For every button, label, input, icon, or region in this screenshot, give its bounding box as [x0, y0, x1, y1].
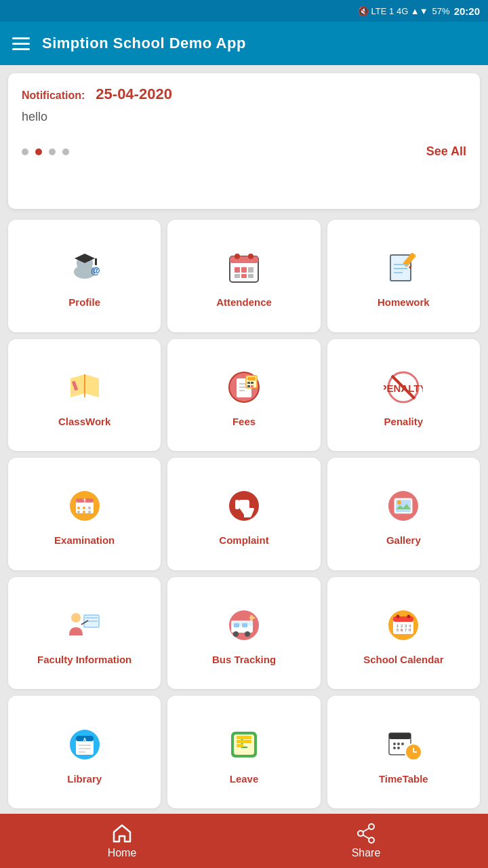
- svg-point-51: [77, 511, 80, 513]
- svg-point-8: [235, 254, 240, 259]
- menu-grid: @ Profile Attendence: [0, 214, 488, 814]
- svg-rect-33: [247, 377, 256, 380]
- grid-item-homework[interactable]: Homework: [327, 220, 480, 332]
- classwork-label: ClassWork: [58, 416, 110, 427]
- dot-4[interactable]: [62, 149, 69, 155]
- notification-label: Notification:: [22, 90, 85, 102]
- leave-icon: L: [222, 723, 266, 766]
- svg-point-78: [407, 615, 411, 618]
- notification-message: hello: [22, 110, 466, 124]
- grid-item-examination[interactable]: 1 Examination: [8, 458, 161, 570]
- svg-text:@: @: [91, 265, 100, 276]
- timetable-label: TimeTable: [379, 773, 428, 785]
- svg-point-105: [393, 743, 396, 745]
- penality-icon: PENALTY: [382, 366, 425, 409]
- status-icons: 🔇 LTE 1 4G ▲▼: [358, 6, 428, 16]
- bus-tracking-icon: [222, 604, 266, 647]
- dot-1[interactable]: [22, 149, 28, 155]
- svg-point-50: [88, 507, 91, 509]
- svg-text:A: A: [83, 737, 86, 742]
- svg-rect-71: [234, 623, 239, 627]
- svg-rect-101: [389, 733, 411, 739]
- grid-item-gallery[interactable]: Gallery: [327, 458, 480, 570]
- school-calendar-label: School Calendar: [363, 654, 443, 665]
- homework-icon: [382, 246, 425, 290]
- grid-item-complaint[interactable]: Complaint: [167, 458, 320, 570]
- carousel-dots: [22, 149, 69, 155]
- examination-icon: 1: [63, 484, 106, 528]
- nav-share[interactable]: Share: [244, 814, 488, 868]
- svg-point-77: [396, 615, 400, 618]
- profile-icon: @: [63, 246, 106, 290]
- home-label: Home: [108, 847, 137, 859]
- grid-item-timetable[interactable]: TimeTable: [327, 696, 480, 808]
- share-icon: [355, 823, 377, 844]
- svg-rect-14: [241, 274, 247, 278]
- svg-line-113: [363, 829, 369, 832]
- examination-label: Examination: [54, 534, 115, 546]
- svg-point-9: [248, 254, 253, 259]
- home-icon: [111, 823, 133, 844]
- svg-rect-15: [248, 274, 253, 278]
- svg-rect-97: [237, 736, 251, 739]
- menu-button[interactable]: [12, 37, 30, 50]
- svg-point-64: [71, 613, 81, 623]
- penality-label: Penality: [384, 416, 424, 427]
- fees-label: Fees: [232, 416, 256, 427]
- svg-point-52: [83, 511, 85, 513]
- header: Simption School Demo App: [0, 22, 488, 65]
- svg-text:1: 1: [83, 498, 87, 505]
- grid-item-faculty[interactable]: Faculty Information: [8, 577, 161, 690]
- svg-point-107: [401, 743, 404, 745]
- svg-point-69: [233, 631, 239, 637]
- grid-item-profile[interactable]: @ Profile: [8, 220, 161, 332]
- grid-item-fees[interactable]: Fees: [167, 339, 320, 452]
- homework-label: Homework: [378, 296, 430, 308]
- grid-item-attendence[interactable]: Attendence: [167, 220, 320, 332]
- gallery-label: Gallery: [386, 534, 421, 546]
- svg-rect-11: [241, 267, 247, 273]
- faculty-label: Faculty Information: [37, 654, 131, 665]
- grid-item-library[interactable]: A Library: [8, 696, 161, 808]
- school-calendar-icon: 1 2 3 4 5 6 7 8: [382, 604, 425, 647]
- status-bar: 🔇 LTE 1 4G ▲▼ 57% 20:20: [0, 0, 488, 22]
- profile-label: Profile: [68, 296, 100, 308]
- svg-rect-99: [237, 744, 243, 747]
- svg-rect-10: [235, 267, 240, 273]
- svg-rect-37: [251, 385, 253, 387]
- dot-2[interactable]: [35, 149, 42, 155]
- see-all-button[interactable]: See All: [426, 144, 466, 159]
- svg-rect-3: [95, 258, 97, 265]
- fees-icon: [222, 366, 266, 409]
- time: 20:20: [454, 5, 480, 17]
- svg-line-114: [363, 835, 369, 839]
- attendence-label: Attendence: [216, 296, 272, 308]
- grid-item-school-calendar[interactable]: 1 2 3 4 5 6 7 8 School Calendar: [327, 577, 480, 690]
- svg-point-111: [358, 831, 363, 836]
- grid-item-classwork[interactable]: ClassWork: [8, 339, 161, 452]
- grid-item-leave[interactable]: L Leave: [167, 696, 320, 808]
- bottom-navigation: Home Share: [0, 814, 488, 868]
- nav-home[interactable]: Home: [0, 814, 244, 868]
- complaint-icon: [222, 484, 266, 528]
- share-label: Share: [352, 847, 381, 859]
- library-label: Library: [67, 773, 102, 785]
- grid-item-bus-tracking[interactable]: Bus Tracking: [167, 577, 320, 690]
- svg-rect-7: [230, 256, 258, 263]
- svg-rect-55: [235, 500, 239, 509]
- svg-rect-98: [237, 740, 251, 743]
- svg-point-60: [397, 500, 401, 505]
- svg-point-70: [245, 631, 250, 637]
- svg-point-108: [393, 747, 396, 749]
- svg-rect-72: [242, 623, 247, 627]
- attendence-icon: [222, 246, 266, 290]
- svg-rect-35: [251, 382, 253, 384]
- svg-rect-73: [250, 615, 253, 620]
- notification-card: Notification: 25-04-2020 hello See All: [8, 73, 480, 209]
- timetable-icon: [382, 723, 425, 766]
- svg-rect-13: [235, 274, 240, 278]
- dot-3[interactable]: [49, 149, 56, 155]
- grid-item-penality[interactable]: PENALTY Penality: [327, 339, 480, 452]
- svg-point-49: [83, 507, 85, 509]
- svg-rect-34: [247, 382, 250, 384]
